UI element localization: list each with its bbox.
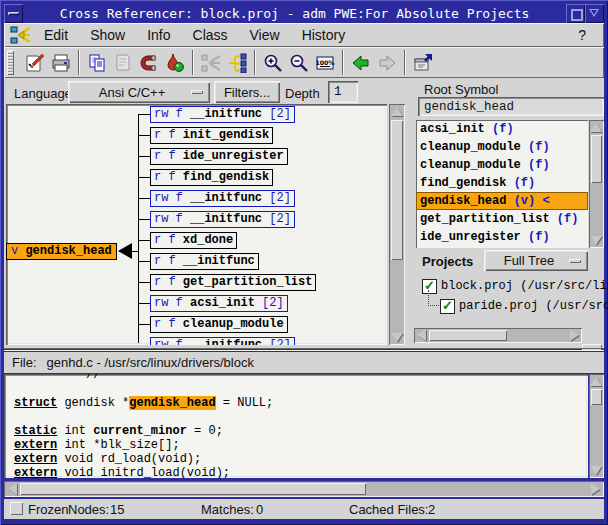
graph-connector-line bbox=[138, 219, 150, 220]
graph-node-acsi_init[interactable]: rw f acsi_init [2] bbox=[150, 295, 288, 312]
graph-node-find_gendisk[interactable]: r f find_gendisk bbox=[150, 169, 273, 186]
pane-divider[interactable] bbox=[4, 348, 604, 351]
annotate-button[interactable] bbox=[22, 50, 48, 76]
scrollbar-thumb[interactable] bbox=[429, 330, 507, 341]
graph-vertical-scrollbar[interactable] bbox=[389, 104, 405, 345]
paint-drop-button[interactable] bbox=[162, 50, 188, 76]
graph-node-__initfunc[interactable]: rw f __initfunc [2] bbox=[150, 337, 295, 345]
graph-node-init_gendisk[interactable]: r f init_gendisk bbox=[150, 127, 273, 144]
scrollbar-thumb[interactable] bbox=[591, 135, 602, 183]
menu-item-class[interactable]: Class bbox=[189, 25, 232, 45]
frozen-checkbox[interactable] bbox=[10, 502, 23, 515]
project-item-paride.proj[interactable]: paride.proj (/usr/src bbox=[459, 298, 608, 314]
project-checkbox[interactable]: ✓ bbox=[440, 299, 455, 314]
menu-item-edit[interactable]: Edit bbox=[40, 25, 72, 45]
print-button[interactable] bbox=[48, 50, 74, 76]
scrollbar-thumb[interactable] bbox=[591, 389, 602, 405]
hierarchy-icon bbox=[227, 53, 247, 73]
symbol-list-item-find_gendisk[interactable]: find_gendisk (f) bbox=[416, 174, 588, 192]
graph-node-__initfunc[interactable]: r f __initfunc bbox=[150, 253, 259, 270]
graph-node-__initfunc[interactable]: rw f __initfunc [2] bbox=[150, 211, 295, 228]
maximize-button[interactable] bbox=[566, 4, 585, 23]
status-bar: Frozen Nodes: 15 Matches: 0 Cached Files… bbox=[4, 499, 604, 519]
menu-item-view[interactable]: View bbox=[246, 25, 284, 45]
graph-connector-line bbox=[138, 240, 150, 241]
language-dropdown[interactable]: Ansi C/C++ bbox=[68, 81, 210, 103]
scrollbar-thumb[interactable] bbox=[20, 483, 366, 495]
nodes-label: Nodes: bbox=[68, 502, 109, 517]
scroll-down-icon[interactable] bbox=[391, 333, 403, 342]
copy-icon bbox=[87, 53, 107, 73]
symbol-list-item-get_partition_list[interactable]: get_partition_list (f) bbox=[416, 210, 588, 228]
xref-disabled-icon bbox=[201, 53, 221, 73]
main-horizontal-scrollbar[interactable] bbox=[4, 481, 604, 497]
magnet-button[interactable] bbox=[136, 50, 162, 76]
scroll-up-icon[interactable] bbox=[590, 377, 602, 386]
graph-node-__initfunc[interactable]: rw f __initfunc [2] bbox=[150, 190, 295, 207]
projects-horizontal-scrollbar[interactable] bbox=[414, 328, 582, 343]
symbol-list-item-cleanup_module[interactable]: cleanup_module (f) bbox=[416, 156, 588, 174]
toolbar: 100% bbox=[4, 47, 604, 78]
depth-input[interactable]: 1 bbox=[328, 81, 358, 103]
code-line: static int current_minor = 0; bbox=[14, 424, 588, 438]
zoom-in-button[interactable] bbox=[260, 50, 286, 76]
symbol-list-item-acsi_init[interactable]: acsi_init (f) bbox=[416, 120, 588, 138]
history-back-button[interactable] bbox=[348, 50, 374, 76]
file-path: genhd.c - /usr/src/linux/drivers/block bbox=[47, 355, 254, 370]
hierarchy-button[interactable] bbox=[224, 50, 250, 76]
source-code-panel[interactable]: // struct gendisk *gendisk_head = NULL; … bbox=[4, 374, 588, 478]
toolbar-grip[interactable] bbox=[7, 50, 14, 75]
graph-node-get_partition_list[interactable]: r f get_partition_list bbox=[150, 274, 316, 291]
zoom-100-button[interactable]: 100% bbox=[312, 50, 338, 76]
menu-item-info[interactable]: Info bbox=[143, 25, 174, 45]
graph-connector-line bbox=[138, 177, 150, 178]
menu-items: EditShowInfoClassViewHistory bbox=[40, 25, 363, 45]
scroll-left-icon[interactable] bbox=[417, 329, 426, 341]
projects-view-dropdown[interactable]: Full Tree bbox=[484, 250, 588, 271]
paste-disabled-button[interactable] bbox=[110, 50, 136, 76]
symbol-list-item-ide_unregister[interactable]: ide_unregister (f) bbox=[416, 228, 588, 246]
zoom-out-button[interactable] bbox=[286, 50, 312, 76]
symbol-list-scrollbar[interactable] bbox=[589, 120, 604, 248]
history-forward-button[interactable] bbox=[374, 50, 400, 76]
window-menu-button[interactable] bbox=[4, 4, 23, 23]
graph-node-cleanup_module[interactable]: r f cleanup_module bbox=[150, 316, 288, 333]
xref-graph-panel[interactable]: rw f __initfunc [2]r f init_gendiskr f i… bbox=[6, 104, 387, 345]
graph-root-node[interactable]: v gendisk_head bbox=[6, 243, 117, 260]
help-menu[interactable]: ? bbox=[578, 27, 586, 43]
graph-node-__initfunc[interactable]: rw f __initfunc [2] bbox=[150, 106, 295, 123]
cached-files-value: 2 bbox=[428, 502, 435, 517]
symbol-list-item-cleanup_module[interactable]: cleanup_module (f) bbox=[416, 138, 588, 156]
root-symbol-input[interactable]: gendisk_head bbox=[418, 97, 604, 116]
code-line: extern void initrd_load(void); bbox=[14, 466, 588, 478]
highlighted-symbol: gendisk_head bbox=[129, 396, 215, 410]
file-label: File: bbox=[12, 355, 37, 370]
code-vertical-scrollbar[interactable] bbox=[589, 374, 604, 478]
filters-button[interactable]: Filters... bbox=[214, 81, 280, 103]
graph-node-xd_done[interactable]: r f xd_done bbox=[150, 232, 237, 249]
code-line: extern void rd_load(void); bbox=[14, 452, 588, 466]
graph-node-ide_unregister[interactable]: r f ide_unregister bbox=[150, 148, 288, 165]
symbol-list-item-gendisk_head[interactable]: gendisk_head (v) < bbox=[416, 192, 588, 210]
scroll-right-icon[interactable] bbox=[570, 329, 579, 341]
shade-button[interactable] bbox=[585, 4, 604, 23]
scroll-left-icon[interactable] bbox=[8, 483, 17, 495]
menu-item-show[interactable]: Show bbox=[86, 25, 129, 45]
scroll-up-icon[interactable] bbox=[590, 123, 602, 132]
copy-button[interactable] bbox=[84, 50, 110, 76]
scroll-down-icon[interactable] bbox=[590, 466, 602, 475]
app-window: Cross Referencer: block.proj - adm PWE:F… bbox=[0, 0, 608, 525]
symbol-list: acsi_init (f)cleanup_module (f)cleanup_m… bbox=[416, 120, 588, 248]
code-line bbox=[14, 382, 588, 396]
app-logo-icon bbox=[10, 25, 32, 45]
properties-button[interactable] bbox=[410, 50, 436, 76]
xref-disabled-button[interactable] bbox=[198, 50, 224, 76]
project-item-block.proj[interactable]: block.proj (/usr/src/lin bbox=[441, 278, 608, 294]
menu-item-history[interactable]: History bbox=[298, 25, 350, 45]
scroll-up-icon[interactable] bbox=[391, 107, 403, 116]
svg-text:100%: 100% bbox=[315, 58, 334, 65]
scrollbar-thumb[interactable] bbox=[391, 120, 403, 260]
scroll-down-icon[interactable] bbox=[590, 236, 602, 245]
scroll-right-icon[interactable] bbox=[591, 483, 600, 495]
menu-bar: EditShowInfoClassViewHistory ? bbox=[4, 23, 604, 47]
